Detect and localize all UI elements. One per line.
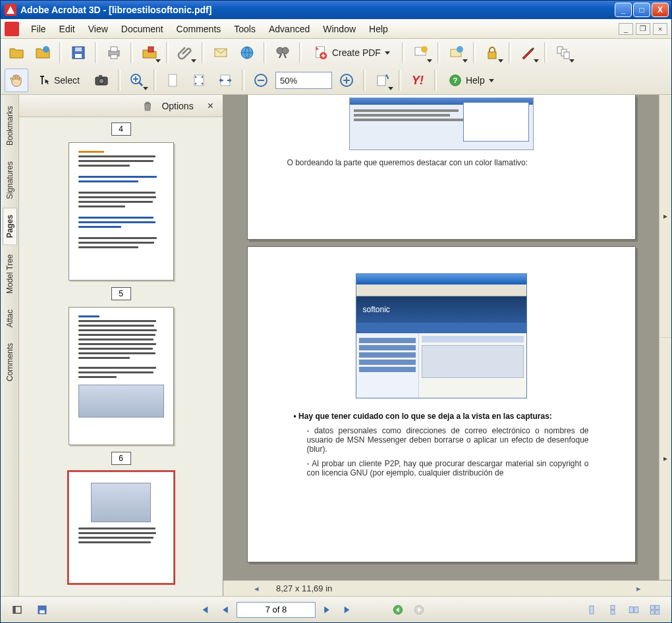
forms-button[interactable] — [551, 41, 575, 65]
menu-tools[interactable]: Tools — [227, 21, 262, 37]
email-button[interactable] — [209, 41, 233, 65]
document-scroll[interactable]: O bordeando la parte que queremos destac… — [223, 95, 659, 580]
print-button[interactable] — [102, 41, 126, 65]
zoom-value-field[interactable]: 50% — [275, 72, 332, 89]
thumbnail-list[interactable]: 4 5 — [19, 117, 223, 596]
app-icon — [5, 4, 16, 16]
trash-icon[interactable] — [142, 100, 154, 112]
document-page-top: O bordeando la parte que queremos destac… — [247, 95, 636, 240]
previous-page-button[interactable] — [215, 600, 235, 620]
svg-rect-6 — [111, 55, 117, 59]
continuous-view-button[interactable] — [603, 600, 623, 620]
snapshot-tool-button[interactable] — [90, 68, 113, 92]
svg-rect-31 — [378, 76, 385, 86]
continuous-facing-view-button[interactable] — [645, 600, 665, 620]
create-pdf-button[interactable]: Create PDF — [306, 41, 397, 64]
menu-advanced[interactable]: Advanced — [262, 21, 316, 37]
send-review-button[interactable] — [445, 41, 468, 65]
next-page-button[interactable] — [317, 600, 337, 620]
forward-view-button[interactable] — [409, 600, 429, 620]
hand-tool-button[interactable] — [5, 68, 28, 92]
doc-scroll-down[interactable]: ▸ — [659, 338, 671, 581]
hscroll-right[interactable]: ▸ — [632, 583, 645, 593]
save-copy-button[interactable] — [32, 600, 52, 620]
menu-view[interactable]: View — [82, 21, 115, 37]
rotate-button[interactable] — [370, 68, 394, 92]
open-web-button[interactable] — [31, 41, 55, 65]
fit-page-button[interactable] — [187, 68, 211, 92]
collapse-nav-button[interactable] — [7, 600, 27, 620]
svg-rect-46 — [656, 605, 659, 609]
svg-rect-7 — [148, 47, 154, 52]
panel-close-button[interactable]: × — [205, 100, 216, 112]
zoom-in-button[interactable] — [125, 68, 149, 92]
menu-help[interactable]: Help — [362, 21, 395, 37]
save-button[interactable] — [67, 41, 90, 65]
sign-button[interactable] — [516, 41, 540, 65]
facing-view-button[interactable] — [624, 600, 644, 620]
comment-button[interactable] — [409, 41, 433, 65]
open-button[interactable] — [5, 41, 28, 65]
fit-width-button[interactable] — [213, 68, 237, 92]
hscroll-left[interactable]: ◂ — [250, 583, 263, 593]
embedded-screenshot-2: softonic — [356, 273, 527, 398]
acrobat-icon — [5, 22, 19, 36]
page-label-4[interactable]: 4 — [111, 122, 131, 136]
window-maximize-button[interactable]: □ — [633, 3, 650, 17]
mdi-close-button[interactable]: × — [653, 23, 667, 35]
menu-comments[interactable]: Comments — [170, 21, 228, 37]
window-minimize-button[interactable]: _ — [615, 3, 632, 17]
window-titlebar: Adobe Acrobat 3D - [libroestilosoftonic.… — [1, 1, 671, 19]
help-label: Help — [466, 75, 485, 86]
menu-file[interactable]: File — [24, 21, 53, 37]
window-close-button[interactable]: X — [652, 3, 669, 17]
attach-button[interactable] — [173, 41, 197, 65]
doc-text-1: O bordeando la parte que queremos destac… — [287, 157, 596, 169]
svg-rect-45 — [650, 605, 654, 609]
menu-edit[interactable]: Edit — [53, 21, 82, 37]
tab-model-tree[interactable]: Model Tree — [3, 247, 17, 301]
web-button[interactable] — [235, 41, 259, 65]
secure-button[interactable] — [480, 41, 504, 65]
mdi-minimize-button[interactable]: _ — [619, 23, 633, 35]
thumbnail-page-6[interactable] — [69, 472, 174, 583]
thumbnail-page-4[interactable] — [69, 142, 174, 281]
tab-signatures[interactable]: Signatures — [3, 154, 17, 206]
actual-size-button[interactable] — [161, 68, 184, 92]
doc-side-arrows: ▸ ▸ — [659, 95, 671, 580]
thumbnail-page-5[interactable] — [69, 307, 174, 445]
help-button[interactable]: ? Help — [441, 69, 501, 92]
menu-bar: File Edit View Document Comments Tools A… — [1, 19, 671, 39]
doc-scroll-up[interactable]: ▸ — [659, 95, 671, 338]
single-page-view-button[interactable] — [582, 600, 602, 620]
last-page-button[interactable] — [338, 600, 358, 620]
organizer-button[interactable] — [138, 41, 161, 65]
pages-panel: Options × 4 5 — [19, 95, 223, 596]
svg-rect-44 — [634, 607, 638, 612]
tab-bookmarks[interactable]: Bookmarks — [3, 99, 17, 153]
tab-pages[interactable]: Pages — [3, 207, 17, 245]
page-indicator[interactable]: 7 of 8 — [237, 602, 316, 618]
mdi-restore-button[interactable]: ❐ — [636, 23, 650, 35]
search-button[interactable] — [271, 41, 294, 65]
first-page-button[interactable] — [194, 600, 214, 620]
svg-rect-5 — [111, 47, 117, 51]
panel-options-button[interactable]: Options — [161, 101, 196, 111]
zoom-out-button[interactable] — [249, 68, 273, 92]
zoom-in2-button[interactable] — [335, 68, 358, 92]
menu-document[interactable]: Document — [115, 21, 170, 37]
page-label-5[interactable]: 5 — [111, 287, 131, 300]
menu-window[interactable]: Window — [316, 21, 362, 37]
tab-comments[interactable]: Comments — [3, 336, 17, 389]
tab-attachments[interactable]: Attac — [3, 302, 17, 335]
select-tool-button[interactable]: Select — [31, 69, 87, 92]
page-label-6[interactable]: 6 — [111, 452, 131, 465]
svg-rect-37 — [40, 610, 45, 613]
yahoo-button[interactable]: Y! — [406, 68, 430, 92]
svg-rect-3 — [75, 47, 82, 51]
back-view-button[interactable] — [388, 600, 408, 620]
create-pdf-label: Create PDF — [332, 47, 381, 58]
dimension-bar: ◂ 8,27 x 11,69 in ▸ — [223, 580, 671, 596]
select-label: Select — [54, 75, 80, 86]
svg-rect-43 — [629, 607, 633, 612]
